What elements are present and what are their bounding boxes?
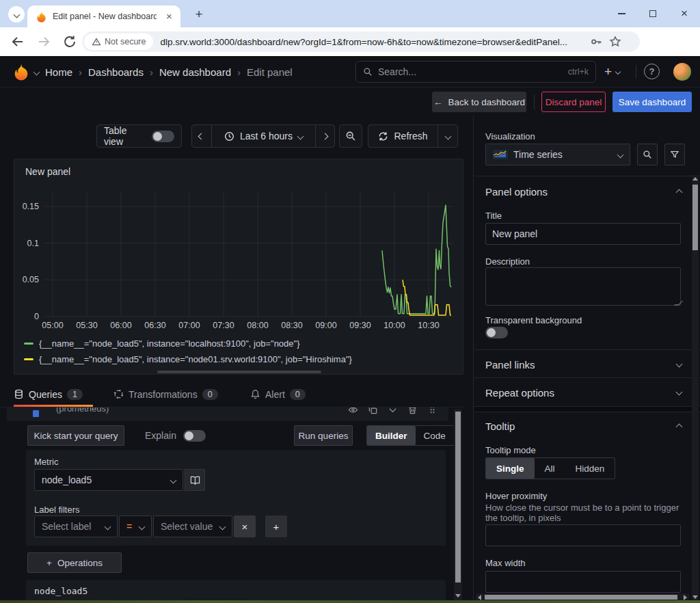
viz-search-button[interactable] [637, 144, 658, 165]
mega-menu-chevron-icon[interactable] [33, 69, 40, 76]
zoom-out-time-button[interactable] [339, 124, 362, 148]
chevron-up-icon[interactable] [676, 424, 683, 431]
breadcrumb-new-dashboard[interactable]: New dashboard [159, 66, 231, 78]
new-tab-button[interactable]: + [191, 7, 206, 22]
explain-toggle[interactable] [183, 430, 206, 442]
panel-title-input[interactable] [485, 223, 681, 245]
tooltip-mode-all[interactable]: All [535, 458, 565, 479]
scroll-down-icon[interactable] [455, 594, 461, 598]
table-view-toggle[interactable] [152, 131, 174, 142]
scrollbar-thumb[interactable] [692, 185, 698, 250]
duplicate-icon[interactable] [368, 407, 378, 415]
chevron-up-icon[interactable] [676, 189, 683, 196]
new-menu-button[interactable]: + [604, 64, 620, 79]
remove-filter-button[interactable]: × [234, 515, 256, 537]
tab-alert[interactable]: Alert 0 [250, 383, 306, 405]
refresh-button[interactable]: Refresh [368, 125, 438, 147]
site-security-chip[interactable]: Not secure [84, 34, 153, 50]
chevron-down-icon[interactable] [676, 389, 683, 396]
panel-options-header[interactable]: Panel options [485, 186, 548, 198]
save-dashboard-button[interactable]: Save dashboard [612, 92, 692, 112]
tooltip-mode-group: SingleAllHidden [485, 457, 615, 479]
window-maximize-button[interactable] [637, 0, 669, 27]
scrollbar-thumb[interactable] [455, 412, 461, 582]
global-search[interactable]: ctrl+k [355, 61, 596, 83]
time-range-picker[interactable]: Last 6 hours [211, 125, 315, 147]
eye-icon[interactable] [348, 407, 358, 415]
visualization-picker[interactable]: Time series [485, 144, 630, 165]
help-icon[interactable]: ? [644, 64, 660, 79]
legend-item[interactable]: {__name__="node_load5", instance="node01… [24, 351, 352, 367]
builder-mode-option[interactable]: Builder [367, 426, 416, 445]
password-key-icon[interactable] [589, 35, 603, 49]
window-minimize-button[interactable] [606, 0, 637, 27]
scroll-left-icon[interactable] [478, 595, 481, 600]
max-width-input[interactable] [485, 571, 681, 593]
breadcrumb-home[interactable]: Home [45, 66, 72, 78]
query-row-clipped: (prometheus) [7, 407, 448, 421]
collapse-icon[interactable] [388, 407, 398, 415]
metric-select[interactable]: node_load5 [34, 469, 183, 491]
tab-queries[interactable]: Queries 1 [14, 383, 83, 405]
time-shift-back-button[interactable] [192, 125, 211, 147]
discard-panel-button[interactable]: Discard panel [541, 92, 606, 112]
transparent-background-toggle[interactable] [485, 327, 508, 338]
breadcrumb-dashboards[interactable]: Dashboards [88, 66, 144, 78]
pane-resize-handle[interactable] [157, 371, 321, 373]
viz-filter-button[interactable] [664, 144, 685, 165]
description-textarea[interactable] [485, 267, 681, 306]
scroll-right-icon[interactable] [684, 595, 687, 600]
trash-icon[interactable] [407, 407, 418, 415]
forward-icon[interactable] [36, 34, 52, 50]
query-scrollbar[interactable] [454, 409, 462, 600]
sidebar-vertical-scrollbar[interactable] [692, 175, 699, 601]
time-shift-forward-button[interactable] [315, 125, 334, 147]
scroll-up-icon[interactable] [692, 177, 698, 180]
panel-title[interactable]: New panel [25, 166, 70, 177]
operator-dropdown[interactable]: = [119, 515, 152, 537]
add-filter-button[interactable]: + [265, 515, 287, 537]
tooltip-header[interactable]: Tooltip [485, 420, 515, 432]
time-series-chart[interactable]: 05:0005:3006:0006:3007:0007:3008:0008:30… [17, 192, 459, 333]
scrollbar-thumb[interactable] [485, 595, 677, 600]
select-value-dropdown[interactable]: Select value [153, 515, 232, 537]
user-avatar[interactable] [673, 63, 691, 81]
chevron-down-icon[interactable] [676, 361, 683, 368]
back-to-dashboard-button[interactable]: ←Back to dashboard [432, 92, 526, 112]
grafana-logo-icon[interactable] [12, 63, 30, 81]
raw-query-text: node_load5 [34, 586, 88, 596]
run-queries-button[interactable]: Run queries [294, 425, 353, 446]
drag-handle-icon[interactable] [427, 407, 438, 415]
kick-start-query-button[interactable]: Kick start your query [27, 425, 124, 446]
tab-close-icon[interactable]: × [163, 11, 175, 23]
tab-transformations[interactable]: Transformations 0 [113, 383, 218, 405]
search-shortcut: ctrl+k [568, 67, 589, 77]
tab-search-button[interactable] [8, 6, 25, 23]
metrics-explorer-button[interactable] [185, 469, 205, 491]
legend-item[interactable]: {__name__="node_load5", instance="localh… [24, 336, 352, 351]
tab-badge: 0 [290, 389, 306, 400]
hover-proximity-input[interactable] [485, 524, 681, 546]
window-close-button[interactable]: × [669, 0, 700, 27]
tooltip-mode-single[interactable]: Single [486, 458, 535, 479]
panel-links-header[interactable]: Panel links [485, 359, 535, 371]
bookmark-star-icon[interactable] [608, 35, 622, 49]
add-operations-button[interactable]: + Operations [27, 552, 122, 573]
back-icon[interactable] [10, 34, 26, 50]
svg-text:0.1: 0.1 [27, 239, 39, 248]
search-input[interactable] [378, 66, 563, 77]
select-label-dropdown[interactable]: Select label [34, 515, 118, 537]
refresh-interval-dropdown[interactable] [438, 125, 457, 147]
repeat-options-header[interactable]: Repeat options [485, 387, 554, 399]
book-icon [190, 475, 200, 485]
actions-divider [534, 94, 535, 109]
search-icon [643, 150, 652, 159]
tooltip-mode-label: Tooltip mode [485, 445, 536, 455]
scroll-down-icon[interactable] [692, 595, 698, 599]
code-mode-option[interactable]: Code [416, 426, 454, 445]
tooltip-mode-hidden[interactable]: Hidden [565, 458, 615, 479]
refresh-controls: Refresh [368, 124, 458, 148]
reload-icon[interactable] [62, 34, 78, 50]
browser-tab[interactable]: Edit panel - New dashboard - D × [27, 5, 180, 27]
address-bar[interactable]: Not secure dlp.srv.world:3000/dashboard/… [82, 31, 640, 52]
